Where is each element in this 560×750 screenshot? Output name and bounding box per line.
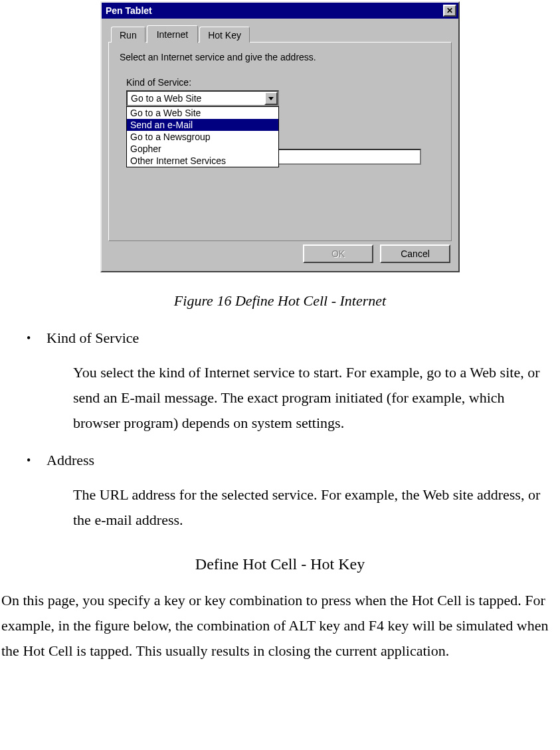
dropdown-list: Go to a Web Site Send an e-Mail Go to a … — [126, 106, 279, 167]
cancel-button[interactable]: Cancel — [380, 244, 450, 263]
tab-run[interactable]: Run — [111, 27, 145, 43]
close-icon[interactable]: ✕ — [443, 5, 456, 17]
bullet-title-kind: Kind of Service — [47, 328, 139, 348]
tab-internet[interactable]: Internet — [147, 25, 198, 43]
tab-panel-internet: Select an Internet service and give the … — [108, 42, 452, 241]
bullet-icon: • — [27, 450, 47, 470]
section-body: On this page, you specify a key or key c… — [1, 588, 556, 664]
bullet-title-address: Address — [47, 450, 94, 470]
dropdown-item-other[interactable]: Other Internet Services — [127, 155, 278, 167]
titlebar: Pen Tablet ✕ — [102, 3, 458, 19]
figure-caption: Figure 16 Define Hot Cell - Internet — [0, 292, 560, 310]
section-heading: Define Hot Cell - Hot Key — [0, 555, 560, 573]
chevron-down-icon[interactable] — [264, 92, 278, 105]
dropdown-item-email[interactable]: Send an e-Mail — [127, 119, 278, 131]
bullet-body-address: The URL address for the selected service… — [73, 482, 547, 533]
tab-strip: Run Internet Hot Key — [111, 24, 452, 42]
bullet-body-kind: You select the kind of Internet service … — [73, 360, 547, 436]
dropdown-item-newsgroup[interactable]: Go to a Newsgroup — [127, 131, 278, 143]
ok-button[interactable]: OK — [303, 244, 373, 263]
window-title: Pen Tablet — [106, 5, 152, 16]
combo-selected-value: Go to a Web Site — [128, 92, 264, 105]
kind-of-service-combo[interactable]: Go to a Web Site Go to a Web Site Send a… — [126, 90, 279, 106]
kind-of-service-label: Kind of Service: — [126, 77, 440, 88]
instruction-text: Select an Internet service and give the … — [120, 52, 440, 62]
tab-hot-key[interactable]: Hot Key — [199, 27, 250, 43]
bullet-icon: • — [27, 328, 47, 348]
pen-tablet-dialog: Pen Tablet ✕ Run Internet Hot Key Select… — [100, 1, 460, 272]
bullet-list: • Kind of Service You select the kind of… — [0, 328, 560, 533]
dropdown-item-gopher[interactable]: Gopher — [127, 143, 278, 155]
dropdown-item-web[interactable]: Go to a Web Site — [127, 107, 278, 119]
